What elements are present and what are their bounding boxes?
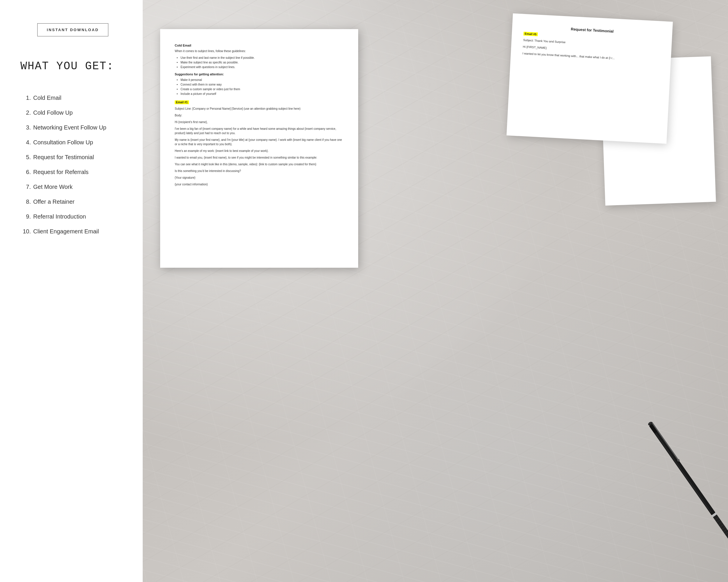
- item-label-3: Networking Event Follow Up: [33, 124, 106, 131]
- list-item-1: 1.Cold Email: [20, 90, 125, 105]
- list-item-6: 6.Request for Referrals: [20, 165, 125, 179]
- email-body-label: Body:: [175, 113, 344, 117]
- item-number-8: 8.: [20, 198, 31, 205]
- subject-bullets: Use their first and last name in the sub…: [181, 56, 344, 70]
- left-panel: INSTANT DOWNLOAD WHAT YOU GET: 1.Cold Em…: [0, 0, 143, 582]
- email-para4: I wanted to email you, {insert first nam…: [175, 156, 344, 160]
- item-number-4: 4.: [20, 139, 31, 146]
- email-para5: You can see what it might look like in t…: [175, 162, 344, 166]
- item-number-6: 6.: [20, 169, 31, 175]
- items-list: 1.Cold Email2.Cold Follow Up3.Networking…: [20, 90, 125, 239]
- item-label-5: Request for Testimonial: [33, 154, 94, 161]
- att-bullet-1: Make it personal: [181, 78, 344, 82]
- attention-title: Suggestions for getting attention:: [175, 73, 344, 76]
- pen-decoration: [640, 415, 728, 563]
- item-number-3: 3.: [20, 124, 31, 131]
- doc-intro: When it comes to subject lines, follow t…: [175, 49, 344, 53]
- item-label-2: Cold Follow Up: [33, 109, 73, 116]
- list-item-5: 5.Request for Testimonial: [20, 150, 125, 165]
- doc-cold-email: Cold Email When it comes to subject line…: [160, 29, 358, 268]
- att-bullet-4: Include a picture of yourself: [181, 92, 344, 96]
- list-item-9: 9.Referral Introduction: [20, 209, 125, 224]
- doc-main-title: Cold Email: [175, 44, 344, 47]
- subject-bullet-3: Experiment with questions in subject lin…: [181, 65, 344, 70]
- pen-icon: [640, 415, 728, 563]
- right-area: Request for Testimonial Email #5 Subject…: [143, 0, 728, 582]
- email-para1: I've been a big fan of {insert company n…: [175, 127, 344, 135]
- svg-rect-17: [651, 422, 679, 461]
- att-bullet-2: Connect with them in some way: [181, 82, 344, 87]
- list-item-2: 2.Cold Follow Up: [20, 105, 125, 120]
- list-item-7: 7.Get More Work: [20, 179, 125, 194]
- item-number-5: 5.: [20, 154, 31, 161]
- subject-bullet-2: Make the subject line as specific as pos…: [181, 60, 344, 65]
- email-para3: Here's an example of my work: {insert li…: [175, 149, 344, 153]
- svg-rect-14: [654, 431, 716, 515]
- instant-download-badge: INSTANT DOWNLOAD: [37, 23, 109, 36]
- item-number-2: 2.: [20, 109, 31, 116]
- item-number-9: 9.: [20, 213, 31, 220]
- email-greeting: Hi {recipient's first name},: [175, 120, 344, 124]
- list-item-10: 10.Client Engagement Email: [20, 224, 125, 239]
- att-bullet-3: Create a custom sample or video just for…: [181, 87, 344, 92]
- subject-bullet-1: Use their first and last name in the sub…: [181, 56, 344, 60]
- list-item-3: 3.Networking Event Follow Up: [20, 120, 125, 135]
- item-label-7: Get More Work: [33, 184, 73, 190]
- email-para6: Is this something you'd be interested in…: [175, 169, 344, 173]
- svg-rect-15: [655, 433, 711, 513]
- doc-testimonial: Request for Testimonial Email #5 Subject…: [506, 13, 673, 144]
- item-label-9: Referral Introduction: [33, 213, 86, 220]
- item-label-4: Consultation Follow Up: [33, 139, 93, 146]
- svg-rect-2: [712, 514, 728, 543]
- attention-bullets: Make it personal Connect with them in so…: [181, 78, 344, 96]
- list-item-8: 8.Offer a Retainer: [20, 194, 125, 209]
- email-signature: {Your signature}: [175, 175, 344, 180]
- item-label-10: Client Engagement Email: [33, 228, 99, 235]
- email-label-1: Email #1: [175, 101, 189, 104]
- list-item-4: 4.Consultation Follow Up: [20, 135, 125, 150]
- email-para2: My name is {insert your first name}, and…: [175, 138, 344, 146]
- item-label-1: Cold Email: [33, 94, 61, 101]
- item-number-10: 10.: [20, 228, 31, 235]
- email-label-5: Email #5: [523, 32, 538, 36]
- doc-testimonial-title: Request for Testimonial: [524, 24, 661, 36]
- email-subject: Subject Line: [Company or Personal Name]…: [175, 107, 344, 111]
- item-number-1: 1.: [20, 94, 31, 101]
- item-label-8: Offer a Retainer: [33, 198, 75, 205]
- section-title: WHAT YOU GET:: [20, 60, 114, 73]
- item-label-6: Request for Referrals: [33, 169, 88, 175]
- item-number-7: 7.: [20, 184, 31, 190]
- email-contact: {your contact information}: [175, 182, 344, 187]
